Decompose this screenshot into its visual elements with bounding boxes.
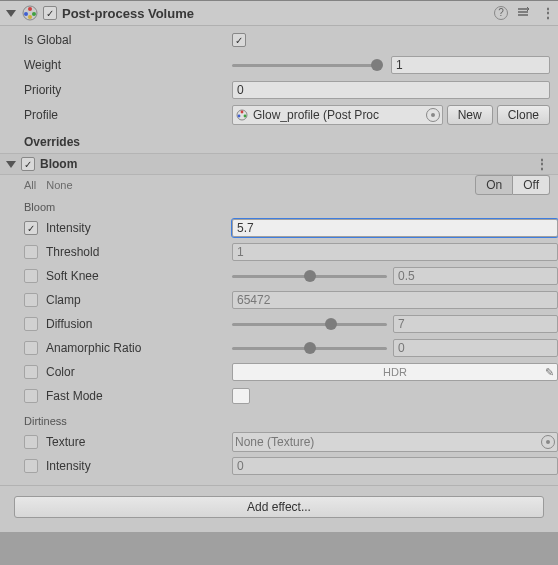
dirt-texture-override-checkbox[interactable]: ✓ [24,435,38,449]
dirt-intensity-label: Intensity [46,459,232,473]
threshold-label: Threshold [46,245,232,259]
help-icon[interactable]: ? [494,6,508,20]
bloom-enabled-checkbox[interactable]: ✓ [21,157,35,171]
weight-slider[interactable] [232,57,381,73]
object-picker-icon[interactable] [426,108,440,122]
bloom-section-label: Bloom [0,195,558,215]
threshold-input[interactable] [232,243,558,261]
anamorphic-override-checkbox[interactable]: ✓ [24,341,38,355]
priority-label: Priority [24,83,232,97]
color-override-checkbox[interactable]: ✓ [24,365,38,379]
diffusion-label: Diffusion [46,317,232,331]
color-label: Color [46,365,232,379]
preset-icon[interactable] [516,5,530,22]
fastmode-checkbox[interactable] [232,388,250,404]
svg-point-7 [244,115,247,118]
diffusion-slider[interactable] [232,316,387,332]
overrides-label: Overrides [0,129,558,153]
hdr-badge: HDR [383,366,407,378]
softknee-label: Soft Knee [46,269,232,283]
softknee-override-checkbox[interactable]: ✓ [24,269,38,283]
softknee-slider[interactable] [232,268,387,284]
component-title: Post-process Volume [62,6,494,21]
anamorphic-slider[interactable] [232,340,387,356]
diffusion-input[interactable] [393,315,558,333]
bloom-menu-icon[interactable]: ⋮ [532,157,552,171]
softknee-input[interactable] [393,267,558,285]
dirt-texture-value: None (Texture) [235,435,541,449]
svg-point-3 [24,12,28,16]
component-header[interactable]: ✓ Post-process Volume ? ⋮ [0,0,558,26]
fastmode-label: Fast Mode [46,389,232,403]
dirt-intensity-override-checkbox[interactable]: ✓ [24,459,38,473]
is-global-checkbox[interactable]: ✓ [232,33,246,47]
dirt-texture-field[interactable]: None (Texture) [232,432,558,452]
clamp-override-checkbox[interactable]: ✓ [24,293,38,307]
add-effect-button[interactable]: Add effect... [14,496,544,518]
svg-point-2 [32,12,36,16]
intensity-input[interactable] [232,219,558,237]
new-button[interactable]: New [447,105,493,125]
priority-input[interactable] [232,81,550,99]
clone-button[interactable]: Clone [497,105,550,125]
component-icon [21,4,39,22]
weight-label: Weight [24,58,232,72]
svg-point-4 [28,15,32,19]
anamorphic-input[interactable] [393,339,558,357]
bloom-on-toggle[interactable]: On [475,175,513,195]
color-field[interactable]: HDR ✎ [232,363,558,381]
component-menu-icon[interactable]: ⋮ [538,6,552,20]
fastmode-override-checkbox[interactable]: ✓ [24,389,38,403]
profile-object-field[interactable]: Glow_profile (Post Proc [232,105,443,125]
dirt-texture-picker-icon[interactable] [541,435,555,449]
svg-point-6 [241,111,244,114]
bloom-foldout-icon[interactable] [6,161,16,168]
bloom-header[interactable]: ✓ Bloom ⋮ [0,153,558,175]
component-enabled-checkbox[interactable]: ✓ [43,6,57,20]
anamorphic-label: Anamorphic Ratio [46,341,232,355]
svg-point-1 [28,7,32,11]
bloom-off-toggle[interactable]: Off [513,175,550,195]
clamp-label: Clamp [46,293,232,307]
is-global-label: Is Global [24,33,232,47]
svg-point-8 [238,115,241,118]
override-none[interactable]: None [46,179,72,191]
bloom-title: Bloom [40,157,532,171]
profile-name: Glow_profile (Post Proc [253,108,426,122]
dirt-texture-label: Texture [46,435,232,449]
eyedropper-icon[interactable]: ✎ [545,366,554,379]
intensity-override-checkbox[interactable]: ✓ [24,221,38,235]
intensity-label: Intensity [46,221,232,235]
dirt-intensity-input[interactable] [232,457,558,475]
profile-label: Profile [24,108,232,122]
weight-value[interactable] [391,56,550,74]
foldout-icon[interactable] [6,10,16,17]
override-all[interactable]: All [24,179,36,191]
diffusion-override-checkbox[interactable]: ✓ [24,317,38,331]
threshold-override-checkbox[interactable]: ✓ [24,245,38,259]
clamp-input[interactable] [232,291,558,309]
dirtiness-section-label: Dirtiness [0,409,558,429]
